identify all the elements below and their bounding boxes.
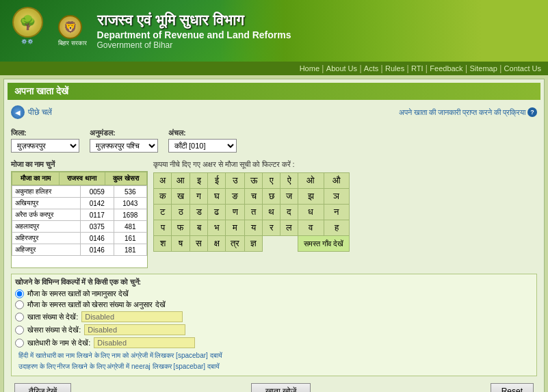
nav-rti[interactable]: RTI bbox=[411, 64, 423, 73]
anchal-select[interactable]: काँटी [010] bbox=[168, 139, 237, 153]
letter-button[interactable]: ऊ bbox=[245, 173, 263, 189]
lion-icon: 🦁 bbox=[64, 21, 77, 34]
letter-button[interactable]: थ bbox=[263, 205, 280, 220]
letter-button[interactable]: इ bbox=[190, 173, 208, 189]
table-row[interactable]: अखियापुर01421043 bbox=[12, 198, 147, 209]
moja-scroll-area[interactable]: अकुराहा हलिहर0059536अखियापुर01421043अरैर… bbox=[12, 185, 147, 267]
search-option-5-row: खातेधारी के नाम से देखें: bbox=[15, 337, 533, 348]
table-row[interactable]: अकुराहा हलिहर0059536 bbox=[12, 186, 147, 198]
letter-button[interactable]: न bbox=[324, 205, 350, 220]
nav-rules[interactable]: Rules bbox=[385, 64, 404, 73]
letter-button[interactable]: आ bbox=[172, 173, 190, 189]
back-button[interactable]: ◀ पीछे चलें bbox=[11, 105, 52, 119]
table-row[interactable]: अरैरा उर्फ करपुर01171698 bbox=[12, 209, 147, 221]
moja-count: 536 bbox=[114, 186, 146, 198]
nav-sitemap[interactable]: Sitemap bbox=[469, 64, 497, 73]
search-option-2-row: मौजा के समस्त खातों को खेसरा संख्या के अ… bbox=[15, 300, 533, 309]
reset-button[interactable]: Reset bbox=[491, 383, 534, 392]
letter-button[interactable]: ख bbox=[172, 189, 190, 205]
nav-acts[interactable]: Acts bbox=[364, 64, 378, 73]
letter-button[interactable]: ज्ञ bbox=[245, 236, 263, 252]
letter-button[interactable]: फ bbox=[172, 220, 190, 236]
letter-button[interactable]: ब bbox=[190, 220, 208, 236]
letter-button[interactable]: छ bbox=[263, 189, 280, 205]
letter-button[interactable]: ढ bbox=[208, 205, 226, 220]
search-radio-3[interactable] bbox=[15, 313, 24, 322]
khata-search-button[interactable]: खाता खोजें bbox=[251, 383, 311, 392]
nav-home[interactable]: Home bbox=[300, 64, 319, 73]
letter-button[interactable]: ऐ bbox=[280, 173, 298, 189]
search-radio-5[interactable] bbox=[15, 339, 24, 348]
table-row[interactable]: अहिजपुर0146181 bbox=[12, 244, 147, 256]
search-label-2: मौजा के समस्त खातों को खेसरा संख्या के अ… bbox=[27, 300, 166, 309]
letter-button[interactable]: ठ bbox=[172, 205, 190, 220]
letter-button[interactable]: त्र bbox=[226, 236, 245, 252]
district-label: जिला: bbox=[11, 129, 79, 138]
letter-button[interactable]: स bbox=[190, 236, 208, 252]
button-row: तैरिज़ देखें खाता खोजें Reset bbox=[8, 380, 540, 392]
letter-button[interactable]: अ bbox=[154, 173, 172, 189]
letter-button[interactable]: म bbox=[226, 220, 245, 236]
letter-button[interactable]: त bbox=[245, 205, 263, 220]
letter-button[interactable]: ट bbox=[154, 205, 172, 220]
letter-button[interactable]: ञ bbox=[324, 189, 350, 205]
anumandal-select[interactable]: मुज़फ्फरपुर पश्चि bbox=[90, 139, 158, 153]
nav-contact[interactable]: Contact Us bbox=[504, 64, 541, 73]
letter-button[interactable]: औ bbox=[324, 173, 350, 189]
letter-button[interactable]: ओ bbox=[298, 173, 324, 189]
letter-button[interactable]: ई bbox=[208, 173, 226, 189]
secondary-emblem: 🦁 bbox=[58, 15, 82, 39]
letter-button[interactable]: ग bbox=[190, 189, 208, 205]
letter-button[interactable]: झ bbox=[298, 189, 324, 205]
table-row[interactable]: अहिरजपुर0146161 bbox=[12, 233, 147, 244]
letter-button[interactable]: ध bbox=[298, 205, 324, 220]
moja-code: 0146 bbox=[81, 244, 114, 256]
letter-button[interactable]: द bbox=[280, 205, 298, 220]
letter-button[interactable]: क्ष bbox=[208, 236, 226, 252]
letter-button[interactable]: ल bbox=[280, 220, 298, 236]
moja-code: 0142 bbox=[81, 198, 114, 209]
header-hindi-title: राजस्व एवं भूमि सुधार विभाग bbox=[97, 12, 291, 29]
letter-button[interactable]: च bbox=[245, 189, 263, 205]
letter-button[interactable]: र bbox=[263, 220, 280, 236]
col-rajaswa-header: राजस्व थाना bbox=[59, 172, 105, 185]
letter-button[interactable]: ह bbox=[324, 220, 350, 236]
letter-button[interactable]: य bbox=[245, 220, 263, 236]
moja-count: 181 bbox=[114, 244, 146, 256]
letter-button[interactable]: घ bbox=[208, 189, 226, 205]
district-select[interactable]: मुज़फ्फरपुर bbox=[11, 139, 79, 153]
letter-button[interactable]: व bbox=[298, 220, 324, 236]
letter-button[interactable]: ड bbox=[190, 205, 208, 220]
filter-section: कृपया नीचे दिए गए अक्षर से मौजा सूची को … bbox=[153, 160, 537, 268]
tairiz-button[interactable]: तैरिज़ देखें bbox=[14, 383, 71, 392]
letter-button[interactable]: उ bbox=[226, 173, 245, 189]
letter-button[interactable]: ष bbox=[172, 236, 190, 252]
moja-count: 481 bbox=[114, 221, 146, 233]
all-villages-button[interactable]: समस्त गाँव देखें bbox=[298, 236, 350, 252]
letter-button[interactable]: ण bbox=[226, 205, 245, 220]
moja-name: अहलादपुर bbox=[12, 221, 81, 233]
moja-count: 161 bbox=[114, 233, 146, 244]
nav-about[interactable]: About Us bbox=[326, 64, 357, 73]
search-radio-4[interactable] bbox=[15, 326, 24, 335]
letter-button[interactable]: ज bbox=[280, 189, 298, 205]
nav-feedback[interactable]: Feedback bbox=[430, 64, 462, 73]
letter-button[interactable]: भ bbox=[208, 220, 226, 236]
info-link[interactable]: अपने खाता की जानकारी प्राप्त करने की प्र… bbox=[399, 107, 537, 117]
letter-placeholder bbox=[263, 236, 280, 252]
letter-button[interactable]: क bbox=[154, 189, 172, 205]
letter-button[interactable]: ङ bbox=[226, 189, 245, 205]
search-option-1-row: मौजा के समस्त खातों को नामानुसार देखें bbox=[15, 289, 533, 298]
breadcrumb-row: ◀ पीछे चलें अपने खाता की जानकारी प्राप्त… bbox=[8, 103, 540, 121]
search-radio-2[interactable] bbox=[15, 300, 24, 309]
note-text-2: उदाहरण के लिए नीरज लिखने के लिए अंग्रेजी… bbox=[15, 361, 533, 372]
table-row[interactable]: अहलादपुर0375481 bbox=[12, 221, 147, 233]
back-icon: ◀ bbox=[11, 105, 25, 119]
logo-emblem: 🌳 ⚙️⚙️ bbox=[7, 7, 48, 55]
letter-button[interactable]: प bbox=[154, 220, 172, 236]
moja-header: मोजा का नाम चुनें bbox=[11, 160, 148, 169]
search-label-5: खातेधारी के नाम से देखें: bbox=[27, 339, 90, 348]
letter-button[interactable]: ए bbox=[263, 173, 280, 189]
letter-button[interactable]: श bbox=[154, 236, 172, 252]
search-radio-1[interactable] bbox=[15, 289, 24, 298]
